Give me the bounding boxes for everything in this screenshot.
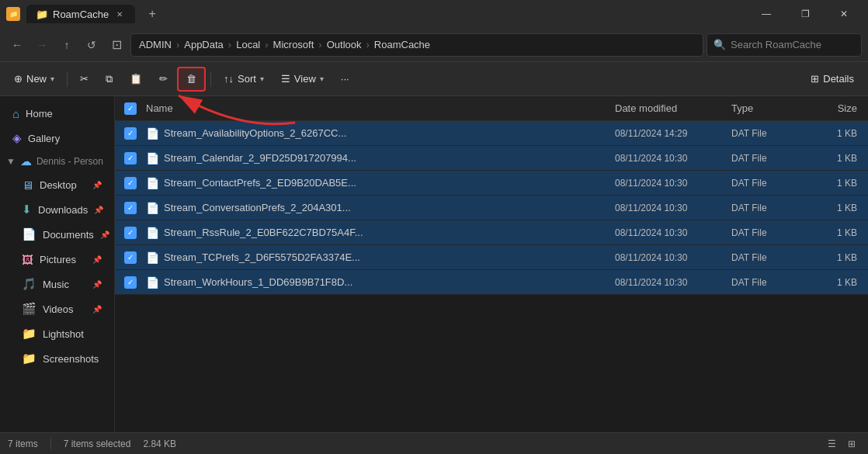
sidebar-item-gallery[interactable]: ◈ Gallery	[3, 126, 111, 151]
address-path[interactable]: ADMIN › AppData › Local › Microsoft › Ou…	[130, 33, 703, 57]
table-row[interactable]: ✓ 📄 Stream_Calendar_2_9FD25D917207994...…	[115, 146, 868, 171]
tab-close-button[interactable]: ✕	[113, 8, 126, 20]
delete-button[interactable]: 🗑	[177, 67, 206, 92]
refresh-button[interactable]: ↺	[81, 34, 102, 56]
copy-button[interactable]: ⧉	[98, 67, 120, 92]
sidebar-item-screenshots[interactable]: 📁 Screenshots	[3, 346, 111, 371]
file-date: 08/11/2024 10:30	[615, 178, 731, 189]
file-name-text: Stream_AvailabilityOptions_2_6267CC...	[164, 127, 346, 139]
column-type[interactable]: Type	[731, 102, 809, 114]
forward-button[interactable]: →	[31, 34, 53, 56]
row-checkbox[interactable]: ✓	[120, 127, 141, 140]
row-checkbox[interactable]: ✓	[120, 276, 141, 289]
rename-button[interactable]: ✏	[151, 67, 175, 92]
pin-icon-downloads: 📌	[94, 206, 103, 214]
sidebar-item-pictures[interactable]: 🖼 Pictures 📌	[3, 247, 111, 272]
path-appdata: AppData	[184, 39, 224, 50]
selected-count: 7 items selected	[64, 438, 131, 449]
search-icon: 🔍	[713, 39, 726, 50]
row-checkbox[interactable]: ✓	[120, 251, 141, 264]
file-icon: 📄	[146, 227, 159, 239]
row-checkbox[interactable]: ✓	[120, 202, 141, 214]
column-name[interactable]: Name	[141, 102, 615, 114]
file-icon: 📄	[146, 177, 159, 189]
more-button[interactable]: ···	[333, 67, 357, 92]
sidebar-item-desktop[interactable]: 🖥 Desktop 📌	[3, 172, 111, 197]
minimize-button[interactable]: —	[748, 0, 784, 28]
sidebar-item-lightshot[interactable]: 📁 Lightshot	[3, 321, 111, 346]
sidebar-item-documents[interactable]: 📄 Documents 📌	[3, 222, 111, 247]
music-icon: 🎵	[22, 277, 36, 291]
file-size: 1 KB	[809, 227, 863, 238]
selected-size: 2.84 KB	[143, 438, 176, 449]
new-button[interactable]: ⊕ New ▾	[6, 67, 62, 92]
sidebar: ⌂ Home ◈ Gallery ▼ ☁ Dennis - Person 🖥 D…	[0, 96, 115, 432]
pin-icon-music: 📌	[92, 280, 102, 289]
close-button[interactable]: ✕	[826, 0, 862, 28]
home-icon: ⌂	[12, 107, 19, 120]
row-checkbox[interactable]: ✓	[120, 227, 141, 239]
toolbar: ⊕ New ▾ ✂ ⧉ 📋 ✏ 🗑 ↑↓ Sort ▾ ☰ View ▾	[0, 62, 868, 96]
table-row[interactable]: ✓ 📄 Stream_ContactPrefs_2_ED9B20DAB5E...…	[115, 171, 868, 196]
path-local: Local	[236, 39, 260, 50]
sort-button[interactable]: ↑↓ Sort ▾	[216, 67, 272, 92]
table-row[interactable]: ✓ 📄 Stream_RssRule_2_E0BF622C7BD75A4F...…	[115, 220, 868, 245]
pin-icon-pictures: 📌	[92, 255, 102, 264]
file-type: DAT File	[731, 252, 809, 263]
file-name-cell: 📄 Stream_WorkHours_1_DD69B9B71F8D...	[141, 276, 615, 289]
main-area: ⌂ Home ◈ Gallery ▼ ☁ Dennis - Person 🖥 D…	[0, 96, 868, 432]
header-checkbox[interactable]: ✓	[120, 102, 141, 115]
table-row[interactable]: ✓ 📄 Stream_ConversationPrefs_2_204A301..…	[115, 196, 868, 220]
table-row[interactable]: ✓ 📄 Stream_WorkHours_1_DD69B9B71F8D... 0…	[115, 270, 868, 295]
back-button[interactable]: ←	[6, 34, 28, 56]
table-row[interactable]: ✓ 📄 Stream_TCPrefs_2_D6F5575D2FA3374E...…	[115, 245, 868, 270]
file-name-text: Stream_WorkHours_1_DD69B9B71F8D...	[164, 276, 352, 288]
restore-button[interactable]: ❐	[787, 0, 823, 28]
file-type: DAT File	[731, 277, 809, 288]
rename-icon: ✏	[159, 73, 168, 85]
file-date: 08/11/2024 10:30	[615, 227, 731, 238]
section-header-person[interactable]: ▼ ☁ Dennis - Person	[0, 151, 114, 172]
select-all-checkbox[interactable]: ✓	[124, 102, 137, 115]
cut-button[interactable]: ✂	[72, 67, 96, 92]
address-expand-button[interactable]: ⊡	[106, 34, 127, 56]
file-date: 08/11/2024 14:29	[615, 128, 731, 139]
row-checkbox[interactable]: ✓	[120, 177, 141, 189]
toolbar-separator-2	[210, 71, 211, 87]
grid-view-button[interactable]: ⊞	[843, 435, 860, 452]
sidebar-item-videos[interactable]: 🎬 Videos 📌	[3, 296, 111, 321]
column-size[interactable]: Size	[809, 102, 863, 114]
pictures-icon: 🖼	[22, 253, 33, 266]
sidebar-item-home[interactable]: ⌂ Home	[3, 101, 111, 126]
column-date[interactable]: Date modified	[615, 102, 731, 114]
active-tab[interactable]: 📁 RoamCache ✕	[26, 5, 135, 23]
file-date: 08/11/2024 10:30	[615, 203, 731, 213]
sidebar-item-downloads[interactable]: ⬇ Downloads 📌	[3, 197, 111, 222]
file-size: 1 KB	[809, 128, 863, 139]
person-icon: ☁	[20, 154, 32, 168]
table-row[interactable]: ✓ 📄 Stream_AvailabilityOptions_2_6267CC.…	[115, 121, 868, 146]
path-microsoft: Microsoft	[273, 39, 314, 50]
search-box[interactable]: 🔍 Search RoamCache	[707, 33, 862, 57]
row-checkbox[interactable]: ✓	[120, 152, 141, 165]
view-button[interactable]: ☰ View ▾	[273, 67, 332, 92]
expand-icon: ▼	[6, 156, 16, 167]
list-view-button[interactable]: ☰	[823, 435, 840, 452]
file-name-text: Stream_Calendar_2_9FD25D917207994...	[164, 152, 356, 164]
file-name-cell: 📄 Stream_TCPrefs_2_D6F5575D2FA3374E...	[141, 251, 615, 264]
sidebar-item-music[interactable]: 🎵 Music 📌	[3, 272, 111, 296]
path-roamcache: RoamCache	[374, 39, 430, 50]
desktop-icon: 🖥	[22, 178, 33, 192]
file-name-text: Stream_ConversationPrefs_2_204A301...	[164, 202, 351, 213]
up-button[interactable]: ↑	[56, 34, 78, 56]
new-tab-button[interactable]: +	[141, 3, 163, 25]
file-size: 1 KB	[809, 203, 863, 213]
file-type: DAT File	[731, 178, 809, 189]
details-button[interactable]: ⊞ Details	[803, 67, 862, 92]
sort-icon: ↑↓	[224, 73, 234, 85]
view-icons: ☰ ⊞	[823, 435, 860, 452]
paste-button[interactable]: 📋	[122, 67, 150, 92]
pin-icon-documents: 📌	[100, 230, 109, 239]
file-date: 08/11/2024 10:30	[615, 153, 731, 164]
file-name-text: Stream_RssRule_2_E0BF622C7BD75A4F...	[164, 227, 363, 238]
